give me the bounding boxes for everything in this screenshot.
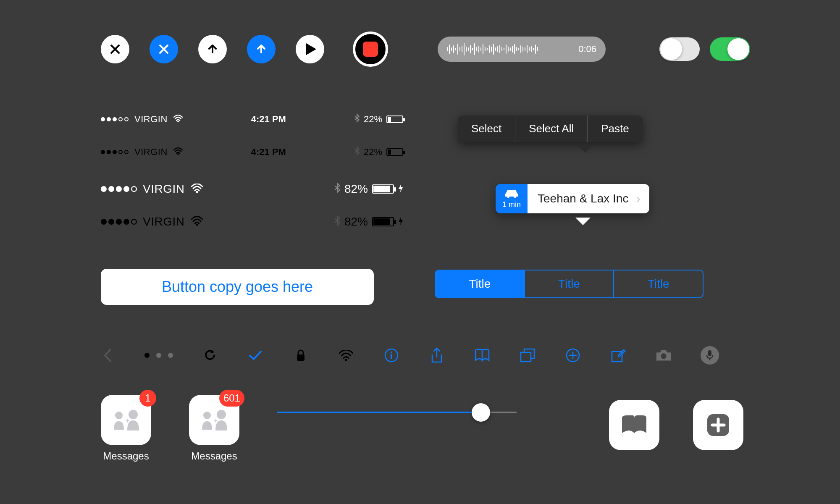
svg-rect-15 — [708, 350, 711, 356]
menu-item-paste[interactable]: Paste — [588, 116, 643, 142]
battery-icon — [372, 184, 394, 194]
compose-icon[interactable] — [610, 347, 627, 364]
svg-rect-6 — [297, 354, 304, 361]
checkmark-icon[interactable] — [247, 347, 264, 364]
wifi-icon — [173, 114, 183, 125]
callout-directions-badge: 1 min — [496, 184, 528, 213]
status-bar-compact-dark: VIRGIN 4:21 PM 22% — [101, 142, 403, 162]
map-callout-pointer — [575, 218, 591, 225]
svg-point-0 — [177, 121, 179, 122]
carrier-label: VIRGIN — [143, 215, 184, 228]
svg-point-17 — [129, 410, 138, 419]
status-bar-large-light: VIRGIN 82% — [101, 179, 403, 199]
stop-icon — [363, 42, 378, 57]
svg-point-5 — [514, 195, 516, 198]
people-icon: + — [110, 409, 142, 431]
battery-pct: 82% — [344, 182, 368, 196]
primary-button-label: Button copy goes here — [162, 278, 313, 296]
share-icon[interactable] — [428, 347, 445, 364]
app-label: Messages — [103, 450, 149, 462]
microphone-button[interactable] — [701, 346, 719, 365]
menu-item-select-all[interactable]: Select All — [515, 116, 587, 142]
add-tile[interactable] — [693, 400, 743, 450]
toggle-switch-off[interactable] — [659, 37, 700, 61]
waveform-icon — [447, 41, 538, 58]
carrier-label: VIRGIN — [134, 114, 168, 125]
status-bar-compact-light: VIRGIN 4:21 PM 22% — [101, 109, 403, 129]
app-label: Messages — [191, 450, 237, 462]
add-circle-icon[interactable] — [564, 347, 581, 364]
stop-record-button[interactable] — [353, 32, 388, 67]
close-button-blue[interactable] — [150, 35, 178, 63]
open-book-icon — [620, 414, 649, 436]
play-button[interactable] — [296, 35, 324, 63]
bookmarks-icon[interactable] — [474, 347, 491, 364]
battery-pct: 82% — [344, 215, 368, 228]
ibooks-tile[interactable] — [609, 400, 659, 450]
svg-text:+: + — [214, 417, 218, 424]
audio-time-label: 0:06 — [578, 44, 596, 55]
back-chevron-icon[interactable] — [99, 347, 116, 364]
segmented-control: Title Title Title — [435, 270, 704, 298]
bluetooth-icon — [334, 215, 340, 228]
toggle-switch-on[interactable] — [710, 37, 750, 61]
notification-badge: 601 — [219, 390, 244, 407]
close-button-white[interactable] — [101, 35, 129, 63]
toolbar-icon-row — [99, 346, 719, 365]
upload-button-blue[interactable] — [247, 35, 276, 63]
lock-icon — [292, 347, 309, 364]
segment-1[interactable]: Title — [436, 270, 524, 297]
map-callout[interactable]: 1 min Teehan & Lax Inc › — [496, 184, 649, 213]
svg-point-16 — [115, 412, 123, 419]
carrier-label: VIRGIN — [143, 182, 184, 196]
svg-point-19 — [203, 412, 211, 419]
car-icon — [503, 188, 520, 200]
svg-point-3 — [196, 224, 198, 226]
wifi-icon — [338, 347, 354, 364]
svg-rect-10 — [391, 354, 392, 359]
slider[interactable] — [277, 412, 517, 413]
camera-icon[interactable] — [655, 347, 672, 364]
svg-point-9 — [391, 352, 392, 353]
people-icon: + — [199, 409, 230, 431]
plus-square-icon — [705, 412, 732, 438]
chevron-right-icon: › — [636, 192, 640, 206]
tabs-icon[interactable] — [519, 347, 536, 364]
audio-waveform-pill[interactable]: 0:06 — [438, 37, 606, 62]
battery-icon — [386, 116, 403, 123]
wifi-icon — [173, 147, 183, 158]
menu-item-select[interactable]: Select — [458, 116, 515, 142]
svg-point-14 — [661, 353, 666, 359]
svg-point-20 — [217, 410, 226, 419]
battery-icon — [386, 148, 403, 156]
battery-pct: 22% — [364, 147, 382, 158]
notification-badge: 1 — [139, 390, 156, 407]
svg-point-2 — [196, 191, 198, 193]
play-icon — [306, 43, 316, 55]
battery-icon — [372, 217, 394, 226]
bluetooth-icon — [334, 182, 340, 196]
segment-3[interactable]: Title — [613, 270, 703, 297]
text-edit-menu-pointer — [578, 145, 593, 153]
app-icon-messages-1[interactable]: + 1 Messages — [101, 395, 151, 462]
wifi-icon — [191, 182, 203, 196]
svg-text:+: + — [126, 417, 129, 424]
status-time: 4:21 PM — [251, 114, 286, 125]
primary-button[interactable]: Button copy goes here — [101, 269, 374, 305]
svg-point-4 — [507, 195, 509, 198]
callout-duration: 1 min — [502, 200, 521, 209]
wifi-icon — [191, 215, 203, 228]
app-icon-messages-2[interactable]: + 601 Messages — [189, 395, 239, 462]
upload-button-white[interactable] — [198, 35, 227, 63]
charging-icon — [398, 182, 403, 196]
callout-title: Teehan & Lax Inc — [538, 192, 628, 205]
status-time: 4:21 PM — [251, 147, 286, 158]
info-icon[interactable] — [383, 347, 400, 364]
refresh-icon[interactable] — [202, 347, 218, 364]
segment-2[interactable]: Title — [524, 270, 614, 297]
bluetooth-icon — [354, 114, 360, 125]
carrier-label: VIRGIN — [134, 147, 168, 158]
battery-pct: 22% — [364, 114, 382, 125]
svg-point-1 — [177, 153, 179, 155]
text-edit-menu: Select Select All Paste — [458, 116, 643, 142]
